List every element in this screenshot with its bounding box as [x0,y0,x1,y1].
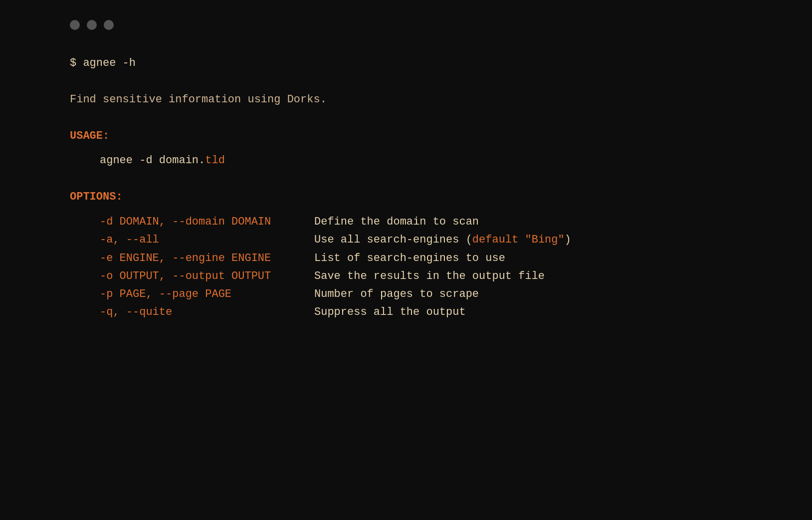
terminal-window: $ agnee -h Find sensitive information us… [0,0,812,520]
traffic-light-minimize[interactable] [87,20,97,30]
option-row-quite: -q, --quite Suppress all the output [70,303,787,321]
prompt-command: agnee -h [76,57,136,69]
option-flags-engine: -e ENGINE, --engine ENGINE [100,250,314,267]
option-row-all: -a, --all Use all search-engines (defaul… [70,231,787,249]
option-flags-quite: -q, --quite [100,303,314,321]
option-flags-domain: -d DOMAIN, --domain DOMAIN [100,213,314,231]
option-desc-all: Use all search-engines (default "Bing") [314,231,787,249]
option-flags-page: -p PAGE, --page PAGE [100,285,314,303]
description-text: Find sensitive information using Dorks. [70,91,787,108]
option-row-engine: -e ENGINE, --engine ENGINE List of searc… [70,250,787,267]
option-flags-all: -a, --all [100,231,314,249]
traffic-light-maximize[interactable] [104,20,114,30]
usage-command: agnee -d domain.tld [100,152,787,169]
option-row-page: -p PAGE, --page PAGE Number of pages to … [70,285,787,303]
prompt-dollar: $ [70,57,76,69]
option-desc-quite: Suppress all the output [314,303,787,321]
option-default-all: default "Bing" [472,234,565,246]
option-row-output: -o OUTPUT, --output OUTPUT Save the resu… [70,267,787,285]
usage-header: USAGE: [70,128,787,144]
prompt-line: $ agnee -h [70,55,787,71]
usage-command-prefix: agnee -d domain. [100,154,205,167]
option-desc-domain: Define the domain to scan [314,213,787,231]
traffic-light-close[interactable] [70,20,80,30]
option-row-domain: -d DOMAIN, --domain DOMAIN Define the do… [70,213,787,231]
option-desc-output: Save the results in the output file [314,267,787,285]
options-list: -d DOMAIN, --domain DOMAIN Define the do… [70,213,787,322]
terminal-content: $ agnee -h Find sensitive information us… [70,55,787,322]
usage-command-tld: tld [205,154,225,167]
options-header: OPTIONS: [70,189,787,205]
option-desc-engine: List of search-engines to use [314,250,787,267]
traffic-lights [70,20,787,30]
option-desc-page: Number of pages to scrape [314,285,787,303]
option-flags-output: -o OUTPUT, --output OUTPUT [100,267,314,285]
